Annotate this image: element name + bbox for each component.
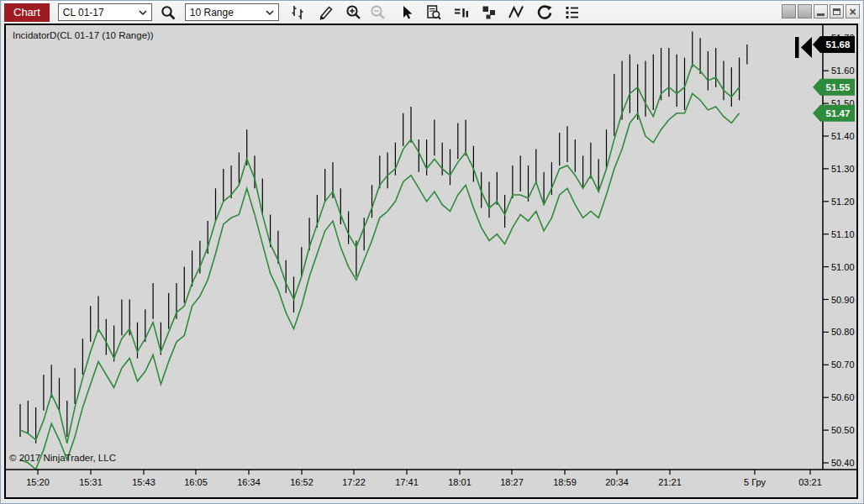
price-marker-label: 51.47 (826, 108, 851, 118)
price-tick-label: 50.60 (831, 392, 855, 402)
price-tick-label: 51.60 (831, 66, 855, 76)
time-tick-label: 16:05 (184, 477, 208, 487)
price-tick-label: 50.90 (831, 295, 855, 305)
price-tick-label: 51.20 (831, 197, 855, 207)
time-tick-label: 16:52 (290, 477, 313, 487)
price-tick-label: 50.80 (831, 327, 855, 337)
close-icon: × (849, 6, 856, 18)
time-tick-label: 16:34 (237, 477, 261, 487)
copyright-text: © 2017 NinjaTrader, LLC (9, 453, 116, 463)
time-tick-label: 5 Гру (744, 477, 767, 487)
time-tick-label: 20:34 (605, 477, 629, 487)
price-tick-label: 51.30 (831, 164, 855, 174)
time-tick-label: 17:22 (342, 477, 366, 487)
panels-icon[interactable] (478, 3, 501, 23)
cursor-icon[interactable] (395, 3, 418, 23)
price-tick-label: 51.10 (831, 229, 855, 239)
price-tick-label: 51.40 (831, 131, 855, 141)
tab-chart[interactable]: Chart (4, 3, 50, 22)
go-to-last-bar-icon (795, 37, 799, 58)
chart-panel: IncidatorD(CL 01-17 (10 Range)) © 2017 N… (4, 24, 858, 499)
time-tick-label: 18:01 (448, 477, 472, 487)
price-tick-label: 50.40 (831, 458, 855, 468)
price-tick-label: 50.50 (831, 425, 855, 435)
price-tick-label: 51.00 (831, 262, 855, 272)
price-marker-label: 51.55 (826, 82, 851, 92)
window-controls: × (782, 4, 860, 18)
price-marker: 51.68 (813, 36, 855, 53)
chevron-down-icon (139, 7, 147, 18)
price-tick-label: 50.70 (831, 360, 855, 370)
time-tick-label: 15:31 (79, 477, 103, 487)
chart-canvas[interactable]: 51.7051.6051.5051.4051.3051.2051.1051.00… (6, 25, 856, 497)
instrument-selector[interactable]: CL 01-17 (58, 3, 152, 21)
search-icon[interactable] (157, 3, 180, 23)
restore-icon (833, 8, 840, 15)
zoom-in-icon[interactable] (343, 3, 366, 23)
price-marker: 51.47 (813, 105, 855, 122)
time-tick-label: 18:27 (500, 477, 524, 487)
indicator-label: IncidatorD(CL 01-17 (10 Range)) (13, 30, 154, 40)
close-button[interactable]: × (846, 4, 860, 18)
price-marker-label: 51.68 (826, 39, 851, 50)
window-button-blank-2[interactable] (798, 4, 812, 18)
go-to-last-bar-button[interactable] (795, 37, 812, 58)
go-to-last-bar-icon (801, 37, 812, 58)
restore-button[interactable] (830, 4, 844, 18)
properties-list-icon[interactable] (561, 3, 584, 23)
time-tick-label: 17:41 (395, 477, 419, 487)
time-tick-label: 15:20 (26, 477, 50, 487)
chevron-down-icon (266, 7, 274, 18)
time-tick-label: 18:59 (553, 477, 577, 487)
indicator-lower-line (20, 93, 740, 469)
time-tick-label: 15:43 (132, 477, 155, 487)
reload-icon[interactable] (534, 3, 556, 23)
minimize-icon (817, 13, 824, 16)
pencil-icon[interactable] (315, 3, 338, 23)
interval-selector[interactable]: 10 Range (185, 3, 279, 21)
ninjatrader-chart-window: Chart CL 01-17 10 Range (0, 0, 864, 504)
chart-style-icon[interactable] (287, 3, 310, 23)
interval-value: 10 Range (190, 7, 234, 18)
time-tick-label: 21:21 (658, 477, 682, 487)
toolbar: Chart CL 01-17 10 Range (2, 1, 862, 24)
price-marker: 51.55 (813, 79, 855, 96)
bar-spacing-icon[interactable] (450, 3, 473, 23)
data-box-icon[interactable] (423, 3, 445, 23)
window-button-blank-1[interactable] (782, 4, 796, 18)
instrument-value: CL 01-17 (63, 7, 104, 18)
price-bars (20, 32, 747, 444)
zoom-out-icon (367, 3, 390, 23)
zigzag-draw-icon[interactable] (506, 3, 529, 23)
time-tick-label: 03:21 (798, 477, 822, 487)
time-axis[interactable]: 15:2015:3115:4316:0516:3416:5217:2217:41… (6, 470, 856, 487)
minimize-button[interactable] (814, 4, 828, 18)
